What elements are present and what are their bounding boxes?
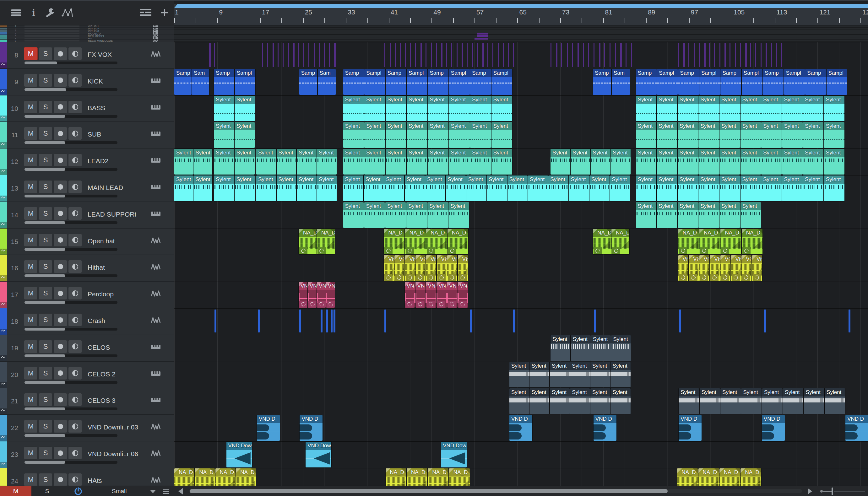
clip-sub[interactable]: Sylent: [824, 122, 844, 148]
clip-celos-2[interactable]: Sylent: [570, 362, 590, 388]
fx-vox-note-line[interactable]: [487, 43, 488, 67]
clip-celos-2[interactable]: Sylent: [509, 362, 529, 388]
fx-vox-note-line[interactable]: [319, 43, 320, 67]
clip-kick[interactable]: Sampl: [742, 69, 762, 95]
monitor-button[interactable]: [68, 100, 82, 114]
clip-lead2[interactable]: Sylent: [428, 149, 448, 174]
clip-celos-3[interactable]: Sylent: [762, 388, 782, 414]
monitor-button[interactable]: [68, 74, 82, 87]
menu-icon[interactable]: [10, 7, 22, 18]
clip-lead-support[interactable]: Sylent: [719, 202, 740, 228]
automation-wave-icon[interactable]: [0, 329, 7, 335]
clip-sub[interactable]: Sylent: [719, 122, 740, 148]
clip-kick[interactable]: Samp: [299, 69, 317, 95]
clip-main-lead[interactable]: Sylent: [824, 175, 844, 201]
fx-vox-note-line[interactable]: [436, 43, 437, 67]
clip-celos[interactable]: Sylent: [550, 335, 570, 361]
fx-vox-note-line[interactable]: [390, 43, 391, 67]
clip-percloop[interactable]: VN: [458, 282, 468, 308]
fx-vox-note-line[interactable]: [267, 43, 268, 67]
clip-bass[interactable]: Sylent: [636, 96, 656, 122]
clip-celos-3[interactable]: Sylent: [783, 388, 803, 414]
layout-icon[interactable]: [140, 7, 152, 18]
record-arm-button[interactable]: [54, 286, 67, 300]
clip-lead2[interactable]: Sylent: [698, 149, 719, 174]
clip-open-hat[interactable]: NA_D: [699, 229, 720, 254]
clip-lead2[interactable]: Sylent: [803, 149, 823, 174]
volume-slider[interactable]: [25, 328, 118, 330]
clip-sub[interactable]: Sylent: [657, 122, 677, 148]
clip-bass[interactable]: Sylent: [343, 96, 364, 122]
record-arm-button[interactable]: [54, 234, 67, 247]
clip-lead-support[interactable]: Sylent: [406, 202, 427, 228]
clip-lead2[interactable]: Sylent: [277, 149, 296, 174]
monitor-button[interactable]: [68, 207, 82, 220]
clip-main-lead[interactable]: Sylent: [214, 175, 234, 201]
clip-bass[interactable]: Sylent: [386, 96, 406, 122]
mute-button[interactable]: M: [24, 47, 38, 60]
volume-slider[interactable]: [25, 407, 118, 410]
clip-bass[interactable]: Sylent: [407, 96, 427, 122]
clip-main-lead[interactable]: Sylent: [528, 175, 548, 201]
volume-slider[interactable]: [25, 195, 118, 198]
loop-region-bar[interactable]: [174, 4, 868, 8]
clip-kick[interactable]: Sampl: [449, 69, 470, 95]
track-header-row[interactable]: 13MSMAIN LEAD: [0, 175, 174, 202]
clip-bass[interactable]: Sylent: [491, 96, 512, 122]
automation-wave-icon[interactable]: [0, 408, 7, 414]
clip-main-lead[interactable]: Sylent: [590, 175, 610, 201]
clip-bass[interactable]: Sylent: [449, 96, 470, 122]
mute-button[interactable]: M: [24, 74, 38, 87]
clip-hats[interactable]: NA_D: [386, 468, 406, 486]
clip-vnd-downli-r-03[interactable]: VND D: [762, 415, 785, 441]
clip-lead-support[interactable]: Sylent: [448, 202, 469, 228]
clip-bass[interactable]: Sylent: [719, 96, 740, 122]
clip-celos-3[interactable]: Sylent: [720, 388, 741, 414]
clip-kick[interactable]: Samp: [593, 69, 611, 95]
fx-vox-note-line[interactable]: [303, 43, 304, 67]
add-track-icon[interactable]: +: [158, 7, 170, 18]
monitor-button[interactable]: [68, 234, 82, 247]
fx-vox-note-line[interactable]: [278, 43, 278, 67]
automation-wave-icon[interactable]: [0, 222, 7, 228]
clip-lead-support[interactable]: Sylent: [678, 202, 698, 228]
clip-crash-hit[interactable]: [513, 310, 515, 332]
automation-wave-icon[interactable]: [0, 142, 7, 148]
clip-hithat[interactable]: VN: [710, 255, 720, 281]
clip-vnd-downli-r-03[interactable]: VND D: [679, 415, 702, 441]
clip-main-lead[interactable]: Sylent: [610, 175, 630, 201]
clip-lead2[interactable]: Sylent: [297, 149, 317, 174]
clip-lead-support[interactable]: Sylent: [741, 202, 761, 228]
monitor-button[interactable]: [68, 446, 82, 460]
mute-button[interactable]: M: [24, 340, 38, 353]
record-arm-button[interactable]: [54, 154, 67, 167]
fx-vox-note-line[interactable]: [288, 43, 289, 67]
clip-sub[interactable]: Sylent: [386, 122, 406, 148]
clip-kick[interactable]: Samp: [174, 69, 192, 95]
clip-sub[interactable]: Sylent: [407, 122, 427, 148]
track-header-row[interactable]: 9MSKICK: [0, 69, 174, 95]
clip-kick[interactable]: Sam: [192, 69, 209, 95]
solo-button[interactable]: S: [39, 420, 52, 433]
clip-main-lead[interactable]: Sylent: [174, 175, 193, 201]
clip-lead2[interactable]: Sylent: [386, 149, 406, 174]
fx-vox-note-line[interactable]: [410, 43, 411, 67]
clip-hithat[interactable]: VN: [437, 255, 447, 281]
clip-main-lead[interactable]: Sylent: [297, 175, 317, 201]
solo-button[interactable]: S: [39, 473, 52, 486]
track-header-row[interactable]: 18MSCrash: [0, 308, 174, 335]
fx-vox-note-line[interactable]: [730, 43, 730, 67]
solo-button[interactable]: S: [39, 393, 52, 406]
track-header-row[interactable]: 21MSCELOS 3: [0, 388, 174, 415]
mute-button[interactable]: M: [24, 260, 38, 273]
solo-button[interactable]: S: [39, 154, 52, 167]
fx-vox-note-line[interactable]: [329, 43, 330, 67]
fx-vox-note-line[interactable]: [578, 43, 579, 67]
global-mute-button[interactable]: M: [0, 486, 31, 496]
clip-sub[interactable]: Sylent: [761, 122, 782, 148]
clip-sub[interactable]: Sylent: [698, 122, 719, 148]
mute-button[interactable]: M: [24, 446, 38, 460]
clip-lead2[interactable]: Sylent: [317, 149, 337, 174]
clip-sub[interactable]: Sylent: [428, 122, 448, 148]
record-arm-button[interactable]: [54, 446, 67, 460]
